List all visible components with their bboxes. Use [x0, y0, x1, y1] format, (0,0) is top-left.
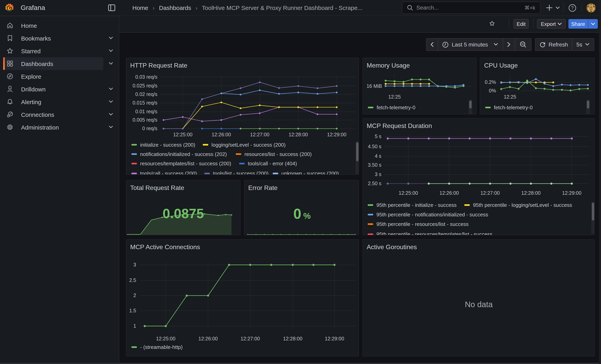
svg-text:initialize - success (200): initialize - success (200) — [140, 142, 195, 148]
svg-text:12:25: 12:25 — [388, 94, 401, 99]
svg-text:2.5: 2.5 — [129, 277, 136, 283]
svg-text:12:28:00: 12:28:00 — [288, 132, 308, 137]
svg-text:0.02 req/s: 0.02 req/s — [135, 91, 157, 97]
svg-text:95th percentile - resources/te: 95th percentile - resources/templates/li… — [376, 231, 492, 235]
svg-text:fetch-telemetry-0: fetch-telemetry-0 — [376, 105, 415, 110]
svg-text:12:28:00: 12:28:00 — [521, 190, 540, 196]
svg-text:12:25: 12:25 — [504, 94, 516, 99]
svg-text:95th percentile - resources/li: 95th percentile - resources/list - succe… — [376, 221, 469, 227]
svg-text:12:26:00: 12:26:00 — [211, 132, 231, 137]
svg-text:0%: 0% — [489, 88, 496, 93]
svg-text:12:28:00: 12:28:00 — [283, 335, 302, 341]
svg-text:tools/list - success (200): tools/list - success (200) — [213, 170, 268, 175]
svg-text:tools/call - error (404): tools/call - error (404) — [248, 160, 297, 167]
svg-text:1.5: 1.5 — [129, 308, 136, 313]
svg-text:?: ? — [571, 5, 574, 10]
svg-text:0.025 req/s: 0.025 req/s — [132, 83, 157, 89]
svg-text:12:27:00: 12:27:00 — [240, 335, 260, 341]
svg-text:0.005 req/s: 0.005 req/s — [132, 117, 157, 123]
svg-text:95th percentile - logging/setL: 95th percentile - logging/setLevel - suc… — [473, 202, 572, 208]
svg-text:3: 3 — [133, 262, 136, 267]
svg-text:1: 1 — [133, 323, 136, 328]
svg-text:12:29:00: 12:29:00 — [325, 335, 344, 341]
svg-text:0.2%: 0.2% — [485, 79, 496, 85]
svg-text:0 req/s: 0 req/s — [142, 126, 157, 131]
svg-text:12:29:00: 12:29:00 — [562, 190, 581, 196]
svg-text:resources/list - success (200): resources/list - success (200) — [244, 151, 311, 157]
svg-text:12:26:00: 12:26:00 — [198, 335, 217, 341]
svg-text:2.50 s: 2.50 s — [368, 181, 381, 186]
svg-text:95th percentile - notification: 95th percentile - notifications/initiali… — [376, 212, 488, 217]
svg-text:95th percentile - initialize -: 95th percentile - initialize - success — [376, 202, 456, 208]
svg-text:fetch-telemetry-0: fetch-telemetry-0 — [494, 105, 533, 110]
svg-text:12:25:00: 12:25:00 — [173, 132, 192, 137]
svg-text:12:25:00: 12:25:00 — [399, 190, 418, 196]
svg-text:notifications/initialized - su: notifications/initialized - success (202… — [140, 151, 227, 157]
svg-text:3 s: 3 s — [375, 171, 381, 177]
svg-text:resources/templates/list - suc: resources/templates/list - success (200) — [140, 160, 231, 167]
svg-text:3.50 s: 3.50 s — [368, 162, 381, 168]
svg-text:12:27:00: 12:27:00 — [250, 132, 269, 137]
svg-text:12:27:00: 12:27:00 — [480, 190, 500, 196]
svg-text:tools/call - success (200): tools/call - success (200) — [140, 170, 197, 175]
svg-text:2: 2 — [133, 292, 136, 298]
svg-text:0.0875: 0.0875 — [162, 206, 204, 221]
svg-text:12:26:00: 12:26:00 — [439, 190, 459, 196]
svg-text:0.01 req/s: 0.01 req/s — [135, 109, 157, 114]
svg-text:12:25:00: 12:25:00 — [156, 335, 175, 341]
svg-text:0.03 req/s: 0.03 req/s — [135, 74, 157, 80]
svg-text:5 s: 5 s — [375, 134, 381, 139]
svg-text:16 MiB: 16 MiB — [366, 83, 382, 89]
svg-text:logging/setLevel - success (20: logging/setLevel - success (200) — [211, 142, 285, 148]
svg-text:%: % — [303, 211, 311, 221]
svg-text:4.50 s: 4.50 s — [368, 144, 381, 149]
svg-text:0.015 req/s: 0.015 req/s — [132, 100, 157, 106]
svg-text:4 s: 4 s — [375, 153, 381, 159]
svg-text:0: 0 — [293, 206, 301, 222]
svg-text:unknown - success (200): unknown - success (200) — [281, 170, 339, 175]
svg-text:- (streamable-http): - (streamable-http) — [140, 344, 182, 350]
svg-text:12:29:00: 12:29:00 — [327, 132, 346, 137]
